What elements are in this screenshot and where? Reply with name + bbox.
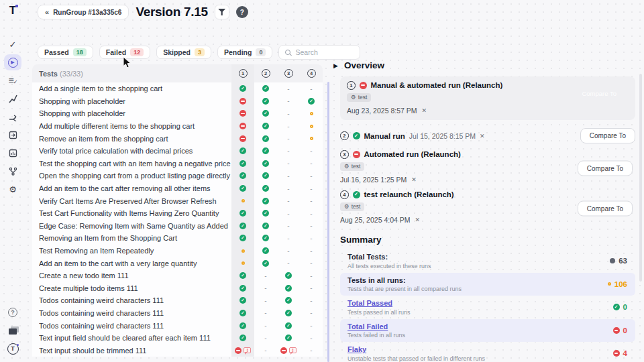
run-entry[interactable]: 2✓Manual runJul 15, 2025 8:15 PM✕Compare… [333,125,635,149]
test-row[interactable]: Remove an item from the shopping cart✓- [32,132,323,145]
summary-row[interactable]: Total FailedTests failed in all runs0 [340,319,635,343]
summary-row[interactable]: FlakyUnstable tests that passed or faile… [340,342,635,362]
collapse-overview-icon[interactable]: ▶ [333,62,338,69]
sidebar-help[interactable]: ? [4,304,21,320]
run-column-header-4[interactable]: 4 [307,69,316,78]
test-row[interactable]: Open the shopping cart from a product li… [32,170,323,182]
comment-icon[interactable]: ! [289,347,297,353]
gear-icon: ⚙ [9,184,17,194]
summary-row[interactable]: Total Tests:All tests executed in these … [340,249,635,273]
test-name: Add multiple different items to the shop… [39,122,231,130]
run-date-text: Jul 16, 2025 1:25 PM [340,176,407,184]
test-row[interactable]: Test the shopping cart with an item havi… [32,158,323,170]
sidebar-account[interactable]: T [4,341,21,357]
filter-button[interactable] [215,5,229,19]
sidebar-item-reports[interactable] [4,145,21,161]
status-cell: ✓ [254,182,277,195]
test-row[interactable]: Verify Cart Items Are Preserved After Br… [32,194,323,207]
summary-link[interactable]: Flaky [347,345,613,353]
right-scrollbar[interactable] [639,74,642,282]
status-cell: - [300,232,323,245]
test-row[interactable]: Test Cart Functionality with Items Havin… [32,207,323,220]
sidebar-item-branches[interactable] [4,109,21,125]
passed-icon: ✓ [262,147,269,154]
filter-pending[interactable]: Pending0 [217,46,272,59]
compare-to-button[interactable]: Compare To [580,128,635,143]
test-row[interactable]: Todos containing weird characters 111✓-✓… [32,307,323,320]
search-input[interactable] [295,48,356,56]
app-logo[interactable]: T [9,4,16,17]
passed-icon: ✓ [262,98,269,105]
status-cell: - [300,257,323,269]
test-row[interactable]: Test Removing an Item Repeatedly✓-- [32,245,323,257]
filter-skipped[interactable]: Skipped3 [156,46,211,59]
filter-failed[interactable]: Failed12 [99,46,150,59]
sidebar-item-pulse[interactable] [4,90,21,107]
status-cell: ✓ [254,132,277,145]
run-entry[interactable]: 3Automated run (Relaunch)⚙testJul 16, 20… [333,149,635,188]
sidebar-projects[interactable] [4,322,21,339]
summary-count: 106 [614,280,627,288]
run-number-1: 1 [347,81,356,90]
status-cell: ✓ [231,232,254,245]
test-row[interactable]: Add a single item to the shopping cart✓✓… [32,82,323,95]
test-row[interactable]: Add an item to the cart after removing a… [32,182,323,195]
remove-run-icon[interactable]: ✕ [415,217,421,223]
test-row[interactable]: Todos containing weird characters 111✓-✓… [32,294,323,307]
test-row[interactable]: Create multiple todo items 111✓-✓- [32,282,323,295]
remove-run-icon[interactable]: ✕ [411,176,417,183]
sidebar-item-settings[interactable]: ⚙ [4,181,21,197]
run-entry[interactable]: 4✓test relaunch (Relaunch)⚙testAug 25, 2… [333,189,635,228]
test-row[interactable]: Text input should be trimmed 111!-!- [32,344,323,357]
filter-passed[interactable]: Passed18 [38,46,93,59]
run-number-4: 4 [340,190,349,199]
panel-splitter[interactable] [327,82,329,362]
no-result-dash: - [264,335,266,342]
funnel-icon [218,9,225,15]
run-name: Manual & automated run (Relaunch) [371,81,503,89]
test-name: Shopping with placeholder [39,97,231,105]
passed-icon: ✓ [239,272,246,279]
test-row[interactable]: Text input field should be cleared after… [32,332,323,345]
summary-link[interactable]: Total Passed [347,299,613,307]
no-result-dash: - [287,85,289,93]
comment-icon[interactable]: ! [244,347,251,353]
summary-row[interactable]: Total PassedTests passed in all runs✓0 [340,296,635,319]
compare-to-button-ghost[interactable]: Compare To [582,90,616,97]
summary-link[interactable]: Total Failed [347,322,613,330]
test-row[interactable]: Add an item to the cart with a very larg… [32,257,323,269]
sidebar-item-runs[interactable]: ▶ [4,54,21,70]
sidebar-item-tests[interactable]: ✓ [4,36,21,52]
test-row[interactable]: Removing an Item from the Shopping Cart✓… [32,232,323,245]
no-result-dash: - [310,160,312,167]
compare-to-button[interactable]: Compare To [578,201,633,217]
rungroup-back-button[interactable]: « RunGroup #13a335c6 [38,5,129,19]
test-row[interactable]: Create a new todo item 111✓-✓- [32,269,323,282]
summary-label: Total Tests: [347,253,610,261]
test-row[interactable]: Verify total price calculation with deci… [32,145,323,158]
test-row[interactable]: Shopping with placeholder✓-✓ [32,95,323,108]
summary-row[interactable]: Tests in all runs:Tests that are present… [340,273,635,296]
search-box[interactable] [278,45,360,60]
help-button[interactable]: ? [236,6,248,18]
remove-run-icon[interactable]: ✕ [422,107,427,114]
no-result-dash: - [287,110,289,117]
check-icon: ✓ [9,40,17,50]
test-row[interactable]: Add multiple different items to the shop… [32,120,323,133]
test-row[interactable]: Shopping with placeholder✓- [32,107,323,120]
status-cell: ✓ [277,332,300,345]
sidebar-item-plans[interactable]: ≡✓ [4,72,21,88]
summary-row-text: FlakyUnstable tests that passed or faile… [347,345,613,362]
passed-icon: ✓ [239,172,246,179]
report-chart-icon [9,149,17,158]
sidebar-item-pipelines[interactable] [4,163,21,179]
run-column-header-3[interactable]: 3 [284,69,293,78]
run-entry[interactable]: 1Manual & automated run (Relaunch)⚙testA… [340,76,635,120]
test-row[interactable]: Todos containing weird characters 111✓-✓… [32,319,323,332]
sidebar-item-import[interactable] [4,127,21,143]
run-column-header-2[interactable]: 2 [262,69,270,78]
run-column-header-1[interactable]: 1 [239,69,248,78]
compare-to-button[interactable]: Compare To [578,161,633,176]
remove-run-icon[interactable]: ✕ [480,133,485,139]
test-row[interactable]: Edge Case: Removing Item with Same Quant… [32,220,323,233]
